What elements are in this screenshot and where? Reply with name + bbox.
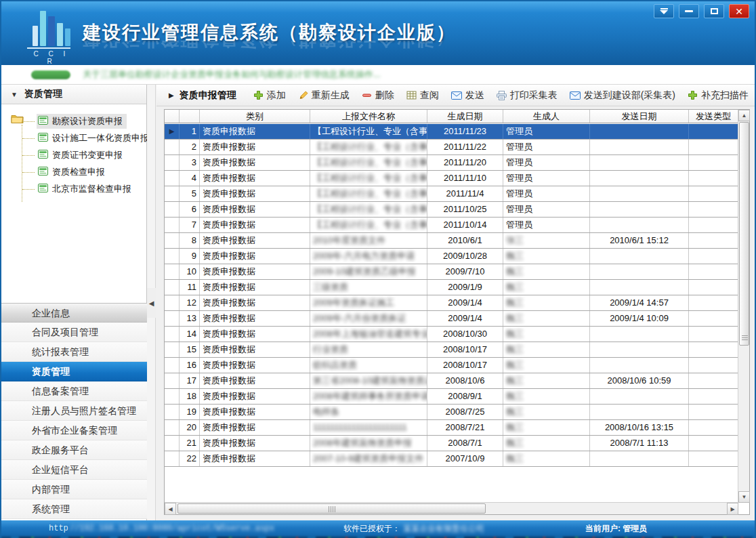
close-button[interactable]: ✕ (729, 4, 749, 18)
table-row[interactable]: 3资质申报数据【工程设计行业、专业（含事务所...2011/11/20管理员 (165, 155, 738, 171)
toolbar-button-补充扫描件[interactable]: 补充扫描件 (688, 89, 749, 102)
close-icon: ✕ (735, 7, 743, 16)
scroll-right-button[interactable]: ▶ (727, 503, 738, 515)
table-row[interactable]: 9资质申报数据2009年-六月电力资质申请2009/10/28魏三 (165, 249, 738, 264)
column-header-类别[interactable]: 类别 (200, 110, 310, 123)
table-row[interactable]: 21资质申报数据2008年建筑装饰资质申报2008/7/1魏三2008/7/1 … (165, 436, 738, 451)
table-row[interactable]: 17资质申报数据第三省2008-10建筑装饰资质运输2008/10/6魏三200… (165, 373, 738, 389)
sidebar-item-资质管理[interactable]: 资质管理 (1, 362, 147, 381)
table-row[interactable]: 15资质申报数据行业资质2008/10/17魏三 (165, 342, 738, 358)
tree-item-设计施工一体化资质申报[interactable]: 设计施工一体化资质申报 (37, 131, 153, 146)
generated-by-cell: 魏三 (503, 327, 590, 342)
license-label: 软件已授权于： (343, 523, 400, 535)
table-row[interactable]: 8资质申报数据2010年度资质文件2010/6/1张三2010/6/1 15:1… (165, 233, 738, 249)
notice-text[interactable]: 关于三层单位勘察设计企业资质申报业务如何与勘察设计管理信息系统操作... (83, 68, 381, 81)
tree-item-资质证书变更申报[interactable]: 资质证书变更申报 (37, 148, 127, 163)
table-row[interactable]: 12资质申报数据2009年资质换证施工2009/1/4魏三2009/1/4 14… (165, 295, 738, 311)
form-icon (38, 133, 48, 144)
plus-icon (688, 90, 698, 100)
sidebar-item-外省市企业备案管理[interactable]: 外省市企业备案管理 (1, 421, 147, 440)
toolbar-button-添加[interactable]: 添加 (253, 89, 286, 102)
table-row[interactable]: 20资质申报数据11111111111111111111112008/7/21魏… (165, 420, 738, 436)
table-row[interactable]: 18资质申报数据2008年建筑师事务所资质申请2008/9/1魏三 (165, 389, 738, 405)
category-cell: 资质申报数据 (200, 420, 310, 435)
generated-date-cell: 2009/7/10 (427, 264, 503, 279)
column-header-生成日期[interactable]: 生成日期 (427, 110, 503, 123)
column-header-blank[interactable] (165, 110, 180, 123)
vertical-scrollbar[interactable]: ▲ ▼ (738, 110, 749, 503)
send-type-cell (689, 436, 738, 451)
generated-date-cell: 2011/11/22 (427, 140, 503, 154)
column-header-生成人[interactable]: 生成人 (503, 110, 590, 123)
table-row[interactable]: 13资质申报数据2009年-六月份资质换证2009/1/4魏三2009/1/4 … (165, 311, 738, 327)
table-row[interactable]: 19资质申报数据电焊条2008/7/25魏三 (165, 405, 738, 420)
toolbar-button-查阅[interactable]: 查阅 (406, 89, 439, 102)
status-bar: http //192.168.10.100:8080/apricot/WSser… (1, 520, 755, 537)
generated-date-cell: 2007/10/9 (427, 451, 503, 466)
generated-date-cell: 2008/7/25 (427, 405, 503, 419)
table-row[interactable]: 5资质申报数据【工程设计行业、专业（含事务所...2011/11/4管理员 (165, 186, 738, 202)
license-info: 软件已授权于： 某某企业有限责任公司 (343, 523, 484, 535)
generated-by-cell: 魏三 (503, 264, 590, 279)
sidebar-item-统计报表管理[interactable]: 统计报表管理 (1, 342, 147, 362)
tree-item-北京市监督检查申报[interactable]: 北京市监督检查申报 (37, 182, 135, 196)
scroll-down-button[interactable]: ▼ (738, 491, 750, 503)
generated-date-cell: 2008/9/1 (427, 389, 503, 404)
table-row[interactable]: 6资质申报数据【工程设计行业、专业（含事务所...2011/10/25管理员 (165, 202, 738, 218)
tree-item-资质检查申报[interactable]: 资质检查申报 (37, 165, 109, 180)
grid-icon (406, 90, 417, 100)
row-selector-cell (165, 155, 180, 170)
toolbar-button-删除[interactable]: 删除 (362, 89, 394, 102)
tree-panel-header[interactable]: ▼ 资质管理 (1, 85, 146, 104)
vertical-scroll-thumb[interactable] (739, 122, 749, 346)
sidebar-item-注册人员与照片签名管理[interactable]: 注册人员与照片签名管理 (1, 401, 147, 421)
scroll-left-button[interactable]: ◀ (165, 503, 176, 515)
scroll-up-button[interactable]: ▲ (738, 110, 750, 121)
table-row[interactable]: 16资质申报数据纺织品资质2008/10/17魏三 (165, 358, 738, 373)
table-row[interactable]: 7资质申报数据【工程设计行业、专业（含事务所...2011/10/14管理员 (165, 218, 738, 233)
filename-cell: 2008年建筑装饰资质申报 (310, 436, 427, 451)
table-row[interactable]: 11资质申报数据三级资质2009/1/9魏三 (165, 280, 738, 295)
horizontal-scrollbar[interactable]: ◀ ▶ (165, 502, 738, 514)
table-row[interactable]: 14资质申报数据2008年上海输油管道建筑专业资质...2008/10/30魏三 (165, 327, 738, 342)
category-cell: 资质申报数据 (200, 280, 310, 295)
send-type-cell (689, 389, 738, 404)
column-header-发送日期[interactable]: 发送日期 (590, 110, 689, 123)
table-row[interactable]: ▶1资质申报数据【工程设计行业、专业（含事务所...2011/11/23管理员 (165, 124, 738, 140)
toolbar-button-打印采集表[interactable]: 打印采集表 (497, 89, 558, 102)
sidebar-item-企业短信平台[interactable]: 企业短信平台 (1, 460, 147, 480)
toolbar-button-发送到建设部(采集表)[interactable]: 发送到建设部(采集表) (570, 89, 675, 102)
maximize-button[interactable] (704, 4, 724, 18)
sidebar-item-政企服务平台[interactable]: 政企服务平台 (1, 440, 147, 460)
collapse-panel-button[interactable]: ◀ (147, 288, 156, 318)
category-cell: 资质申报数据 (200, 358, 310, 373)
sidebar-item-系统管理[interactable]: 系统管理 (1, 499, 147, 519)
row-selector-cell (165, 249, 180, 264)
sidebar-item-合同及项目管理[interactable]: 合同及项目管理 (1, 323, 147, 342)
table-row[interactable]: 10资质申报数据2009-10建筑资质乙级申报2009/7/10魏三 (165, 264, 738, 280)
toolbar-button-label: 查阅 (420, 89, 439, 102)
row-selector-cell (165, 280, 180, 295)
sidebar-item-企业信息[interactable]: 企业信息 (1, 303, 147, 323)
table-row[interactable]: 4资质申报数据【工程设计行业、专业（含事务所...2011/11/10管理员 (165, 171, 738, 186)
tree-item-勘察设计资质申报[interactable]: 勘察设计资质申报 (37, 114, 127, 129)
horizontal-scroll-thumb[interactable] (177, 503, 486, 514)
sidebar-item-内部管理[interactable]: 内部管理 (1, 480, 147, 499)
tray-button[interactable] (654, 4, 674, 18)
toolbar-button-重新生成[interactable]: 重新生成 (298, 89, 350, 102)
toolbar-button-发送[interactable]: 发送 (451, 89, 484, 102)
ccir-logo-icon: C C I R (27, 9, 76, 58)
logo-text: C C I R (27, 50, 76, 65)
row-selected-arrow-icon: ▶ (169, 124, 175, 139)
tree-item-label: 设计施工一体化资质申报 (52, 132, 149, 144)
send-date-cell: 2009/1/4 10:09 (590, 311, 689, 326)
column-header-blank[interactable] (180, 110, 200, 123)
row-selector-cell (165, 264, 180, 279)
generated-by-cell: 管理员 (503, 124, 590, 139)
table-row[interactable]: 22资质申报数据2007-10-9建筑资质申报文件2007/10/9魏三 (165, 451, 738, 467)
column-header-上报文件名称[interactable]: 上报文件名称 (310, 110, 427, 123)
sidebar-item-信息备案管理[interactable]: 信息备案管理 (1, 381, 147, 401)
minimize-button[interactable] (679, 4, 699, 18)
table-row[interactable]: 2资质申报数据【工程设计行业、专业（含事务所...2011/11/22管理员 (165, 140, 738, 155)
column-header-发送类型[interactable]: 发送类型 (689, 110, 738, 123)
